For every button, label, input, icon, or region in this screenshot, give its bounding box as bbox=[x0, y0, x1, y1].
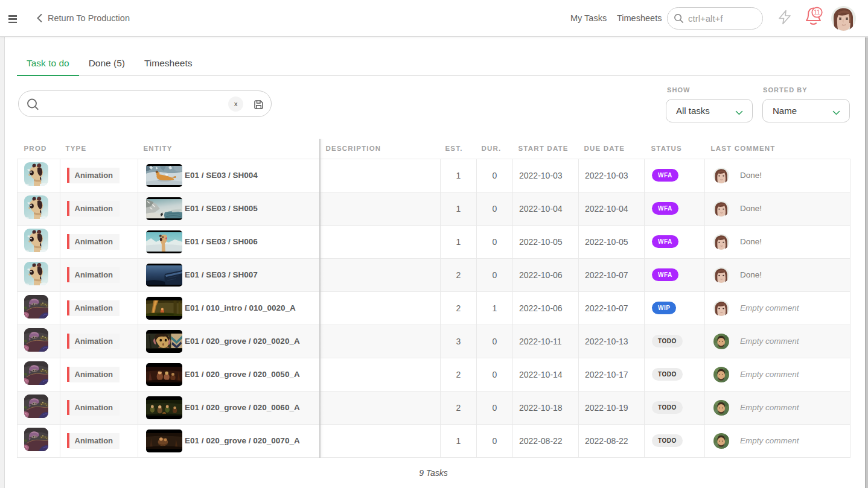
svg-text:11: 11 bbox=[814, 9, 820, 16]
